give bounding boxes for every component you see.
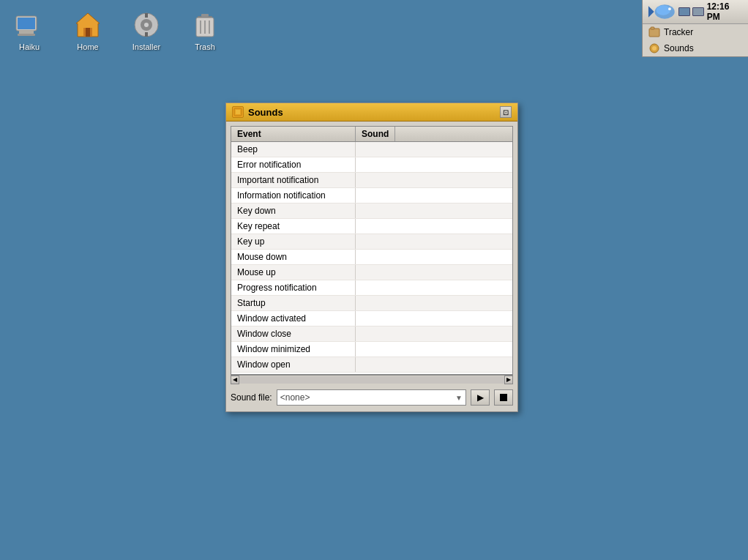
event-cell: Mouse up xyxy=(231,265,356,280)
horizontal-scrollbar[interactable]: ◀ ▶ xyxy=(231,375,513,384)
desktop-icon-home[interactable]: Home xyxy=(66,7,110,54)
sound-cell xyxy=(356,142,512,157)
sound-cell xyxy=(356,173,512,187)
table-row[interactable]: Error notification xyxy=(231,157,512,173)
battery-icon xyxy=(692,7,704,16)
table-header: Event Sound xyxy=(231,127,512,142)
trash-icon-label: Trash xyxy=(195,42,215,51)
event-cell: Progress notification xyxy=(231,280,356,295)
event-cell: Important notification xyxy=(231,173,356,187)
sound-cell xyxy=(356,188,512,203)
table-scroll[interactable]: Beep Error notification Important notifi… xyxy=(231,142,512,373)
home-icon-label: Home xyxy=(77,42,98,51)
sound-cell xyxy=(356,234,512,249)
play-button[interactable]: ▶ xyxy=(471,389,490,406)
taskbar-sounds[interactable]: Sounds xyxy=(643,40,748,56)
sound-cell xyxy=(356,280,512,295)
event-cell: Key down xyxy=(231,204,356,218)
desktop-icon-installer[interactable]: Installer xyxy=(124,7,168,54)
scroll-track[interactable] xyxy=(239,376,504,384)
tracker-icon xyxy=(648,26,660,38)
network-icon xyxy=(678,7,690,16)
svg-rect-4 xyxy=(649,29,659,37)
table-row[interactable]: Window minimized xyxy=(231,342,512,357)
svg-rect-21 xyxy=(201,14,209,17)
sound-file-value: <none> xyxy=(280,392,310,403)
clock: 12:16 PM xyxy=(707,1,744,22)
window-title-icon xyxy=(232,106,244,118)
installer-icon xyxy=(132,10,161,40)
table-row[interactable]: Key up xyxy=(231,234,512,250)
event-cell: Key up xyxy=(231,234,356,249)
window-expand-button[interactable]: ⊡ xyxy=(500,106,512,118)
event-cell: Mouse down xyxy=(231,250,356,264)
table-row[interactable]: Mouse up xyxy=(231,265,512,280)
sound-cell xyxy=(356,157,512,172)
event-cell: Window minimized xyxy=(231,342,356,356)
sound-cell xyxy=(356,357,512,372)
svg-rect-19 xyxy=(145,32,148,37)
event-cell: Information notification xyxy=(231,188,356,203)
sound-file-label: Sound file: xyxy=(231,392,272,403)
svg-rect-10 xyxy=(19,31,34,34)
svg-point-17 xyxy=(144,23,149,27)
svg-marker-2 xyxy=(648,6,654,17)
sound-cell xyxy=(356,342,512,356)
taskbar-top: 12:16 PM xyxy=(643,0,748,24)
table-row[interactable]: Important notification xyxy=(231,173,512,188)
table-row[interactable]: Key down xyxy=(231,204,512,219)
event-cell: Startup xyxy=(231,296,356,310)
sound-file-select[interactable]: <none> ▼ xyxy=(277,389,466,406)
svg-point-1 xyxy=(657,5,670,15)
taskbar: 12:16 PM Tracker Sounds xyxy=(642,0,748,57)
haiku-icon-label: Haiku xyxy=(19,42,40,51)
tracker-label: Tracker xyxy=(664,27,693,37)
taskbar-tracker[interactable]: Tracker xyxy=(643,24,748,40)
table-row[interactable]: Progress notification xyxy=(231,280,512,296)
svg-rect-9 xyxy=(18,18,35,29)
sound-cell xyxy=(356,250,512,264)
table-row[interactable]: Key repeat xyxy=(231,219,512,234)
haiku-logo-icon xyxy=(647,1,676,22)
sounds-taskbar-icon xyxy=(648,42,660,54)
event-cell: Window open xyxy=(231,357,356,372)
col-sound: Sound xyxy=(356,127,395,141)
desktop-icons: Haiku Home Installer xyxy=(7,7,227,54)
event-cell: Window activated xyxy=(231,311,356,326)
sounds-window: Sounds ⊡ Event Sound Beep Error notifica… xyxy=(225,102,518,412)
sounds-taskbar-label: Sounds xyxy=(664,43,694,53)
event-cell: Error notification xyxy=(231,157,356,172)
sound-cell xyxy=(356,204,512,218)
table-row[interactable]: Beep xyxy=(231,142,512,157)
stop-button[interactable] xyxy=(494,389,513,406)
table-row[interactable]: Window activated xyxy=(231,311,512,326)
scroll-left-button[interactable]: ◀ xyxy=(231,376,239,384)
table-row[interactable]: Startup xyxy=(231,296,512,311)
table-row[interactable]: Window open xyxy=(231,357,512,373)
sound-cell xyxy=(356,219,512,234)
trash-icon xyxy=(190,10,220,40)
scroll-right-button[interactable]: ▶ xyxy=(504,376,513,384)
window-title-left: Sounds xyxy=(232,106,283,118)
haiku-icon xyxy=(15,10,44,40)
sound-file-row: Sound file: <none> ▼ ▶ xyxy=(231,388,513,407)
window-titlebar[interactable]: Sounds ⊡ xyxy=(226,103,517,122)
table-row[interactable]: Mouse down xyxy=(231,250,512,265)
play-icon: ▶ xyxy=(477,392,484,403)
stop-icon xyxy=(500,394,507,401)
desktop-icon-trash[interactable]: Trash xyxy=(183,7,227,54)
desktop-icon-haiku[interactable]: Haiku xyxy=(7,7,51,54)
dropdown-arrow-icon: ▼ xyxy=(455,394,463,402)
event-cell: Key repeat xyxy=(231,219,356,234)
col-event: Event xyxy=(231,127,356,141)
svg-point-7 xyxy=(652,46,657,51)
window-content: Event Sound Beep Error notification Impo… xyxy=(226,122,517,411)
table-row[interactable]: Information notification xyxy=(231,188,512,204)
home-icon xyxy=(73,10,102,40)
svg-rect-5 xyxy=(651,27,654,29)
svg-rect-18 xyxy=(145,13,148,18)
svg-rect-11 xyxy=(18,34,35,36)
sound-cell xyxy=(356,265,512,280)
sound-cell xyxy=(356,326,512,341)
table-row[interactable]: Window close xyxy=(231,326,512,342)
